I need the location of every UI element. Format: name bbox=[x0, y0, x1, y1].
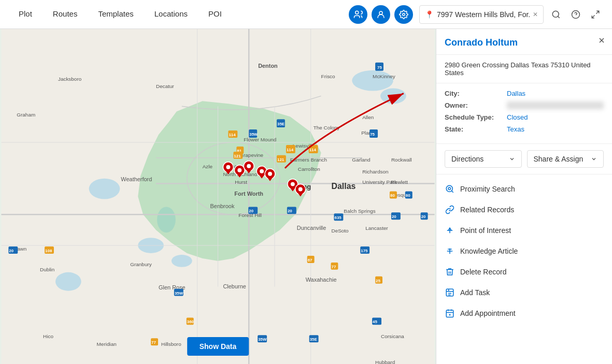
svg-text:Dublin: Dublin bbox=[40, 267, 54, 272]
show-data-btn[interactable]: Show Data bbox=[187, 337, 249, 356]
svg-point-2 bbox=[403, 13, 405, 16]
svg-text:Richardson: Richardson bbox=[362, 169, 388, 174]
state-value: Texas bbox=[507, 125, 604, 133]
directions-dropdown[interactable]: Directions bbox=[445, 150, 522, 168]
field-city: City: Dallas bbox=[445, 90, 604, 97]
svg-line-4 bbox=[558, 16, 559, 18]
svg-point-14 bbox=[55, 272, 81, 291]
svg-text:35W: 35W bbox=[249, 132, 258, 137]
svg-text:Dallas: Dallas bbox=[331, 182, 355, 191]
svg-text:360: 360 bbox=[187, 319, 194, 324]
menu-item-point-of-interest[interactable]: Point of Interest bbox=[436, 220, 612, 241]
nav-poi[interactable]: POI bbox=[198, 0, 232, 29]
panel-address: 2980 Green Crossing Dallas Texas 75310 U… bbox=[436, 55, 612, 83]
svg-text:20: 20 bbox=[288, 209, 292, 213]
svg-text:35W: 35W bbox=[258, 337, 267, 342]
menu-item-related-records[interactable]: Related Records bbox=[436, 199, 612, 220]
svg-text:Allen: Allen bbox=[362, 114, 374, 120]
point-of-interest-icon bbox=[445, 225, 455, 236]
gear-icon-btn[interactable] bbox=[394, 5, 413, 24]
svg-point-3 bbox=[552, 11, 559, 17]
svg-text:Rockwall: Rockwall bbox=[391, 157, 412, 163]
schedule-type-value: Closed bbox=[507, 113, 604, 121]
search-util-btn[interactable] bbox=[548, 6, 564, 23]
proximity-search-icon bbox=[445, 184, 455, 194]
related-records-label: Related Records bbox=[460, 206, 514, 214]
svg-text:121: 121 bbox=[234, 154, 241, 158]
schedule-type-label: Schedule Type: bbox=[445, 113, 507, 121]
svg-text:175: 175 bbox=[361, 249, 368, 253]
menu-item-add-appointment[interactable]: Add Appointment bbox=[436, 303, 612, 324]
main-content: Graham Jacksboro Decatur Denton Frisco M… bbox=[0, 29, 612, 364]
nav-templates[interactable]: Templates bbox=[88, 0, 144, 29]
svg-text:114: 114 bbox=[309, 148, 317, 152]
menu-item-add-task[interactable]: Add Task bbox=[436, 282, 612, 303]
svg-text:45: 45 bbox=[373, 319, 377, 324]
svg-text:635: 635 bbox=[334, 215, 341, 220]
panel-close-btn[interactable] bbox=[597, 36, 606, 46]
panel-fields: City: Dallas Owner: ████████████ Schedul… bbox=[436, 83, 612, 144]
point-of-interest-label: Point of Interest bbox=[460, 226, 511, 235]
person-icon-btn[interactable] bbox=[372, 5, 390, 24]
directions-label: Directions bbox=[451, 155, 483, 163]
owner-label: Owner: bbox=[445, 101, 507, 109]
svg-text:80: 80 bbox=[390, 193, 395, 198]
svg-text:Cleburne: Cleburne bbox=[223, 283, 246, 289]
delete-record-label: Delete Record bbox=[460, 268, 507, 276]
help-btn[interactable] bbox=[567, 6, 584, 23]
map-area[interactable]: Graham Jacksboro Decatur Denton Frisco M… bbox=[0, 29, 436, 364]
owner-value: ████████████ bbox=[507, 101, 604, 109]
svg-point-159 bbox=[446, 185, 452, 192]
city-label: City: bbox=[445, 90, 507, 97]
nav-routes[interactable]: Routes bbox=[42, 0, 88, 29]
svg-point-0 bbox=[355, 11, 359, 14]
field-schedule-type: Schedule Type: Closed bbox=[445, 113, 604, 121]
svg-text:121: 121 bbox=[277, 157, 284, 162]
svg-text:Hubbard: Hubbard bbox=[375, 359, 395, 364]
svg-text:77: 77 bbox=[331, 265, 336, 269]
svg-point-16 bbox=[380, 88, 406, 104]
svg-line-8 bbox=[592, 15, 594, 18]
clear-search-icon[interactable]: ✕ bbox=[533, 11, 538, 18]
svg-text:Lancaster: Lancaster bbox=[365, 225, 388, 231]
nav-icon-group bbox=[349, 5, 413, 24]
svg-text:Flower Mound: Flower Mound bbox=[244, 137, 276, 142]
svg-text:Corsicana: Corsicana bbox=[381, 333, 404, 339]
svg-text:20: 20 bbox=[392, 214, 396, 219]
svg-text:Denton: Denton bbox=[258, 63, 278, 69]
svg-text:Meridian: Meridian bbox=[97, 341, 117, 347]
menu-item-proximity-search[interactable]: Proximity Search bbox=[436, 179, 612, 199]
svg-text:80: 80 bbox=[406, 193, 410, 198]
menu-item-knowledge-article[interactable]: Knowledge Article bbox=[436, 241, 612, 261]
svg-text:35E: 35E bbox=[277, 122, 284, 126]
svg-text:20: 20 bbox=[9, 249, 13, 253]
svg-point-143 bbox=[247, 164, 251, 168]
svg-text:McKinney: McKinney bbox=[373, 74, 395, 79]
expand-btn[interactable] bbox=[587, 6, 604, 23]
address-search-bar[interactable]: 📍 ✕ bbox=[419, 5, 544, 24]
menu-item-delete-record[interactable]: Delete Record bbox=[436, 261, 612, 282]
svg-text:114: 114 bbox=[287, 148, 294, 152]
panel-title[interactable]: Conrado Holtum bbox=[445, 37, 518, 48]
knowledge-article-icon bbox=[445, 246, 455, 256]
svg-text:Weatherford: Weatherford bbox=[121, 176, 152, 182]
knowledge-article-label: Knowledge Article bbox=[460, 247, 518, 255]
svg-point-140 bbox=[237, 168, 241, 172]
svg-text:75: 75 bbox=[370, 132, 375, 137]
svg-text:20: 20 bbox=[421, 214, 426, 219]
nav-plot[interactable]: Plot bbox=[8, 0, 42, 29]
search-input[interactable] bbox=[437, 10, 530, 19]
svg-text:75: 75 bbox=[377, 65, 382, 70]
share-assign-dropdown[interactable]: Share & Assign bbox=[527, 150, 604, 168]
svg-text:Duncanville: Duncanville bbox=[297, 225, 326, 231]
nav-locations[interactable]: Locations bbox=[144, 0, 198, 29]
state-label: State: bbox=[445, 125, 507, 133]
svg-text:DeSoto: DeSoto bbox=[331, 228, 349, 234]
svg-point-146 bbox=[260, 169, 264, 173]
svg-text:67: 67 bbox=[308, 258, 312, 263]
svg-point-155 bbox=[298, 187, 303, 192]
share-assign-label: Share & Assign bbox=[534, 155, 583, 163]
nav-util-icons bbox=[548, 6, 604, 23]
map-svg: Graham Jacksboro Decatur Denton Frisco M… bbox=[0, 29, 436, 364]
users-icon-btn[interactable] bbox=[349, 5, 367, 24]
